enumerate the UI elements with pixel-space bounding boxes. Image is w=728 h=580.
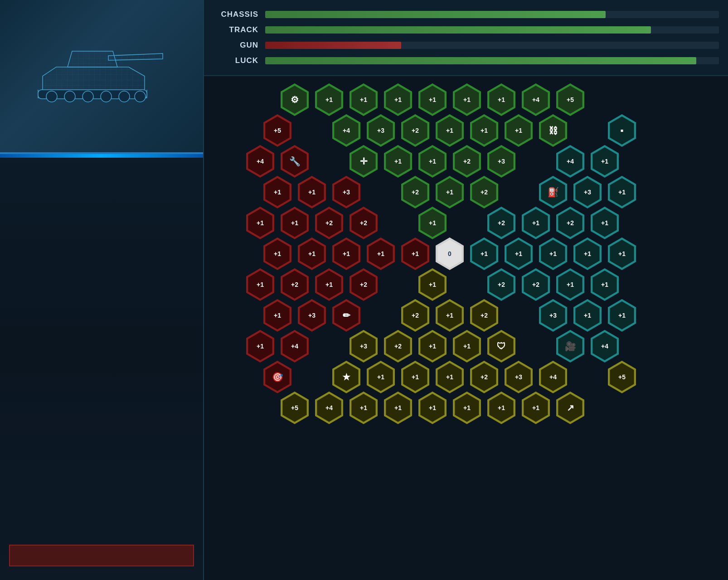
hex-cell-0-10[interactable]: +5 bbox=[554, 83, 587, 116]
hex-cell-10-4[interactable]: +1 bbox=[347, 392, 380, 424]
hex-cell-6-4[interactable]: +2 bbox=[347, 268, 380, 301]
hex-cell-9-9[interactable]: +4 bbox=[537, 361, 569, 393]
hex-cell-1-7[interactable]: +1 bbox=[468, 114, 500, 147]
hex-cell-1-4[interactable]: +3 bbox=[364, 114, 397, 147]
reset-upgrades-button[interactable] bbox=[9, 545, 194, 566]
hex-cell-6-6[interactable]: +1 bbox=[416, 268, 449, 301]
hex-cell-5-11[interactable]: +1 bbox=[606, 237, 638, 270]
hex-cell-10-5[interactable]: +1 bbox=[382, 392, 414, 424]
hex-cell-2-1[interactable]: +4 bbox=[244, 145, 277, 178]
hex-cell-7-9[interactable]: +3 bbox=[537, 299, 569, 332]
hex-cell-8-1[interactable]: +1 bbox=[244, 330, 277, 362]
hex-cell-4-11[interactable]: +1 bbox=[588, 207, 621, 239]
hex-cell-2-6[interactable]: +1 bbox=[416, 145, 449, 178]
hex-cell-0-8[interactable]: +1 bbox=[485, 83, 518, 116]
hex-cell-5-2[interactable]: +1 bbox=[296, 237, 328, 270]
hex-cell-9-5[interactable]: +1 bbox=[399, 361, 432, 393]
hex-cell-5-1[interactable]: +1 bbox=[261, 237, 294, 270]
hex-cell-8-7[interactable]: +1 bbox=[451, 330, 483, 362]
hex-cell-10-8[interactable]: +1 bbox=[485, 392, 518, 424]
hex-cell-8-6[interactable]: +1 bbox=[416, 330, 449, 362]
hex-cell-5-9[interactable]: +1 bbox=[537, 237, 569, 270]
hex-cell-8-11[interactable]: +4 bbox=[588, 330, 621, 362]
hex-cell-3-11[interactable]: +1 bbox=[606, 176, 638, 208]
hex-cell-2-7[interactable]: +2 bbox=[451, 145, 483, 178]
hex-cell-9-8[interactable]: +3 bbox=[502, 361, 535, 393]
hex-cell-6-10[interactable]: +1 bbox=[554, 268, 587, 301]
hex-cell-10-2[interactable]: +5 bbox=[278, 392, 311, 424]
hex-cell-10-3[interactable]: +4 bbox=[313, 392, 345, 424]
hex-cell-4-9[interactable]: +1 bbox=[519, 207, 552, 239]
hex-cell-1-9[interactable]: ⛓ bbox=[537, 114, 569, 147]
hex-cell-0-5[interactable]: +1 bbox=[382, 83, 414, 116]
hex-cell-5-3[interactable]: +1 bbox=[330, 237, 363, 270]
hex-cell-0-6[interactable]: +1 bbox=[416, 83, 449, 116]
hex-cell-1-3[interactable]: +4 bbox=[330, 114, 363, 147]
hex-cell-7-3[interactable]: ✏ bbox=[330, 299, 363, 332]
hex-cell-7-2[interactable]: +3 bbox=[296, 299, 328, 332]
hex-cell-2-11[interactable]: +1 bbox=[588, 145, 621, 178]
hex-cell-10-7[interactable]: +1 bbox=[451, 392, 483, 424]
hex-cell-2-5[interactable]: +1 bbox=[382, 145, 414, 178]
hex-cell-6-11[interactable]: +1 bbox=[588, 268, 621, 301]
hex-cell-1-6[interactable]: +1 bbox=[433, 114, 466, 147]
hex-cell-5-6[interactable]: 0 bbox=[433, 237, 466, 270]
hex-cell-8-2[interactable]: +4 bbox=[278, 330, 311, 362]
hex-cell-7-7[interactable]: +2 bbox=[468, 299, 500, 332]
hex-cell-5-8[interactable]: +1 bbox=[502, 237, 535, 270]
hex-cell-5-10[interactable]: +1 bbox=[571, 237, 604, 270]
hex-cell-7-5[interactable]: +2 bbox=[399, 299, 432, 332]
hex-cell-4-1[interactable]: +1 bbox=[244, 207, 277, 239]
hex-cell-9-7[interactable]: +2 bbox=[468, 361, 500, 393]
hex-cell-4-4[interactable]: +2 bbox=[347, 207, 380, 239]
hex-cell-2-8[interactable]: +3 bbox=[485, 145, 518, 178]
hex-cell-4-3[interactable]: +2 bbox=[313, 207, 345, 239]
hex-cell-1-11[interactable]: ▪ bbox=[606, 114, 638, 147]
hex-cell-3-2[interactable]: +1 bbox=[296, 176, 328, 208]
hex-cell-3-9[interactable]: ⛽ bbox=[537, 176, 569, 208]
hex-cell-6-2[interactable]: +2 bbox=[278, 268, 311, 301]
hex-cell-7-11[interactable]: +1 bbox=[606, 299, 638, 332]
hex-cell-8-4[interactable]: +3 bbox=[347, 330, 380, 362]
hex-cell-3-10[interactable]: +3 bbox=[571, 176, 604, 208]
hex-cell-3-5[interactable]: +2 bbox=[399, 176, 432, 208]
hex-cell-10-10[interactable]: ↗ bbox=[554, 392, 587, 424]
hex-cell-3-1[interactable]: +1 bbox=[261, 176, 294, 208]
hex-cell-7-6[interactable]: +1 bbox=[433, 299, 466, 332]
hex-cell-9-1[interactable]: 🎯 bbox=[261, 361, 294, 393]
hex-cell-7-10[interactable]: +1 bbox=[571, 299, 604, 332]
hex-cell-6-9[interactable]: +2 bbox=[519, 268, 552, 301]
hex-cell-6-3[interactable]: +1 bbox=[313, 268, 345, 301]
hex-cell-8-5[interactable]: +2 bbox=[382, 330, 414, 362]
hex-cell-3-6[interactable]: +1 bbox=[433, 176, 466, 208]
hex-cell-4-6[interactable]: +1 bbox=[416, 207, 449, 239]
hex-cell-2-4[interactable]: ✛ bbox=[347, 145, 380, 178]
hex-cell-1-1[interactable]: +5 bbox=[261, 114, 294, 147]
hex-cell-3-3[interactable]: +3 bbox=[330, 176, 363, 208]
hex-cell-0-3[interactable]: +1 bbox=[313, 83, 345, 116]
hex-cell-6-8[interactable]: +2 bbox=[485, 268, 518, 301]
hex-cell-0-9[interactable]: +4 bbox=[519, 83, 552, 116]
hex-cell-5-7[interactable]: +1 bbox=[468, 237, 500, 270]
hex-cell-2-10[interactable]: +4 bbox=[554, 145, 587, 178]
hex-cell-9-4[interactable]: +1 bbox=[364, 361, 397, 393]
hex-cell-10-9[interactable]: +1 bbox=[519, 392, 552, 424]
hex-cell-9-3[interactable]: ★ bbox=[330, 361, 363, 393]
hex-cell-1-8[interactable]: +1 bbox=[502, 114, 535, 147]
hex-cell-7-1[interactable]: +1 bbox=[261, 299, 294, 332]
hex-cell-8-8[interactable]: 🛡 bbox=[485, 330, 518, 362]
hex-cell-5-4[interactable]: +1 bbox=[364, 237, 397, 270]
hex-cell-0-7[interactable]: +1 bbox=[451, 83, 483, 116]
hex-cell-0-4[interactable]: +1 bbox=[347, 83, 380, 116]
hex-cell-6-1[interactable]: +1 bbox=[244, 268, 277, 301]
hex-cell-4-8[interactable]: +2 bbox=[485, 207, 518, 239]
hex-cell-4-2[interactable]: +1 bbox=[278, 207, 311, 239]
hex-cell-8-10[interactable]: 🎥 bbox=[554, 330, 587, 362]
hex-cell-1-5[interactable]: +2 bbox=[399, 114, 432, 147]
hex-cell-0-2[interactable]: ⚙ bbox=[278, 83, 311, 116]
hex-cell-3-7[interactable]: +2 bbox=[468, 176, 500, 208]
hex-cell-10-6[interactable]: +1 bbox=[416, 392, 449, 424]
hex-cell-2-2[interactable]: 🔧 bbox=[278, 145, 311, 178]
hex-cell-5-5[interactable]: +1 bbox=[399, 237, 432, 270]
hex-cell-9-6[interactable]: +1 bbox=[433, 361, 466, 393]
